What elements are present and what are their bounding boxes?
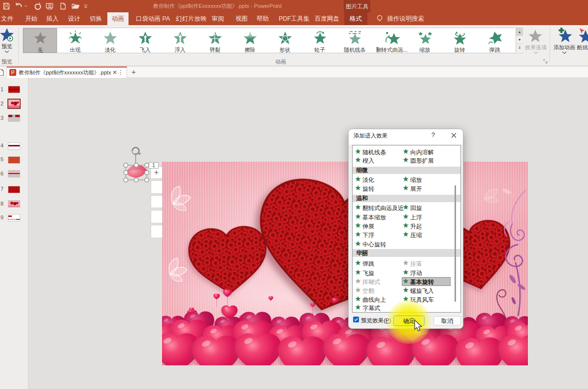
svg-text:P: P bbox=[11, 70, 15, 75]
